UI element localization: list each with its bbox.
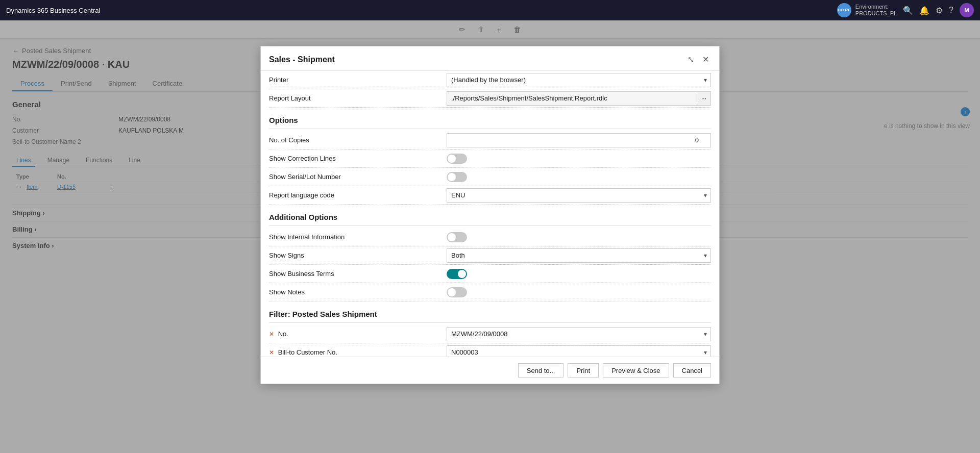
show-serial-lot-label: Show Serial/Lot Number [269, 170, 443, 184]
show-signs-label: Show Signs [269, 248, 443, 262]
report-layout-control: ··· [447, 91, 711, 106]
report-language-select[interactable]: ENU [447, 188, 711, 203]
filter-bill-to-control: N000003 [447, 345, 711, 357]
report-layout-row: Report Layout ··· [269, 89, 711, 108]
printer-label: Printer [269, 73, 443, 87]
show-signs-select-wrapper: Both [447, 248, 711, 263]
sales-shipment-modal: Sales - Shipment ⤡ ✕ Printer (Handled by… [260, 46, 720, 384]
show-internal-info-control [447, 232, 711, 242]
modal-footer: Send to... Print Preview & Close Cancel [261, 357, 719, 384]
additional-options-section-header: Additional Options [269, 205, 711, 226]
filter-bill-to-select-wrapper: N000003 [447, 345, 711, 357]
show-signs-row: Show Signs Both [269, 246, 711, 265]
send-to-button[interactable]: Send to... [518, 363, 564, 377]
show-correction-lines-control [447, 154, 711, 164]
filter-no-select[interactable]: MZWM/22/09/0008 [447, 327, 711, 341]
report-language-label: Report language code [269, 188, 443, 202]
no-of-copies-label: No. of Copies [269, 133, 443, 147]
co-re-avatar: CO RE [837, 3, 851, 17]
show-serial-lot-row: Show Serial/Lot Number [269, 168, 711, 186]
page-background: ✏ ⇧ + 🗑 ← Posted Sales Shipment MZWM/22/… [0, 20, 980, 453]
show-notes-control [447, 287, 711, 297]
top-nav-bar: Dynamics 365 Business Central CO RE Envi… [0, 0, 980, 20]
report-layout-ellipsis-button[interactable]: ··· [697, 91, 711, 106]
env-info: CO RE Environment: PRODUCTS_PL [837, 3, 897, 17]
modal-header-icons: ⤡ ✕ [685, 54, 711, 65]
options-section-header: Options [269, 108, 711, 129]
modal-header: Sales - Shipment ⤡ ✕ [261, 46, 719, 71]
show-correction-lines-label: Show Correction Lines [269, 152, 443, 165]
show-correction-lines-row: Show Correction Lines [269, 149, 711, 168]
report-language-control: ENU [447, 188, 711, 203]
preview-close-button[interactable]: Preview & Close [603, 363, 669, 377]
filter-bill-to-row: ✕ Bill-to Customer No. N000003 [269, 343, 711, 357]
report-layout-input-group: ··· [447, 91, 711, 106]
show-notes-row: Show Notes [269, 283, 711, 301]
show-business-terms-label: Show Business Terms [269, 267, 443, 281]
settings-icon[interactable]: ⚙ [936, 6, 943, 15]
filter-no-label: ✕ No. [269, 327, 443, 341]
print-button[interactable]: Print [568, 363, 599, 377]
show-internal-info-toggle[interactable] [447, 232, 467, 242]
report-language-select-wrapper: ENU [447, 188, 711, 203]
filter-bill-to-label: ✕ Bill-to Customer No. [269, 345, 443, 357]
show-notes-toggle[interactable] [447, 287, 467, 297]
modal-title: Sales - Shipment [269, 55, 335, 64]
filter-no-select-wrapper: MZWM/22/09/0008 [447, 327, 711, 341]
help-icon[interactable]: ? [949, 6, 953, 15]
user-avatar[interactable]: M [960, 3, 974, 17]
report-layout-input[interactable] [447, 91, 697, 106]
show-business-terms-control [447, 269, 711, 279]
filter-bill-to-x-icon[interactable]: ✕ [269, 349, 274, 356]
app-title: Dynamics 365 Business Central [6, 7, 100, 14]
printer-select[interactable]: (Handled by the browser) [447, 73, 711, 87]
printer-control: (Handled by the browser) [447, 73, 711, 87]
show-signs-control: Both [447, 248, 711, 263]
top-nav-right: CO RE Environment: PRODUCTS_PL 🔍 🔔 ⚙ ? M [837, 3, 974, 17]
filter-no-control: MZWM/22/09/0008 [447, 327, 711, 341]
report-language-row: Report language code ENU [269, 186, 711, 205]
filter-bill-to-select[interactable]: N000003 [447, 345, 711, 357]
show-correction-lines-toggle[interactable] [447, 154, 467, 164]
modal-close-button[interactable]: ✕ [700, 54, 711, 65]
report-layout-label: Report Layout [269, 91, 443, 105]
show-business-terms-toggle[interactable] [447, 269, 467, 279]
modal-minimize-button[interactable]: ⤡ [685, 54, 696, 65]
filter-no-row: ✕ No. MZWM/22/09/0008 [269, 325, 711, 343]
no-of-copies-input[interactable] [447, 133, 711, 147]
filter-section-header: Filter: Posted Sales Shipment [269, 301, 711, 323]
show-internal-info-label: Show Internal Information [269, 230, 443, 244]
no-of-copies-control [447, 133, 711, 147]
search-icon[interactable]: 🔍 [903, 6, 913, 15]
show-signs-select[interactable]: Both [447, 248, 711, 263]
filter-x-icon[interactable]: ✕ [269, 331, 274, 338]
show-business-terms-row: Show Business Terms [269, 265, 711, 283]
environment-label: Environment: PRODUCTS_PL [855, 4, 897, 17]
show-internal-info-row: Show Internal Information [269, 228, 711, 246]
printer-select-wrapper: (Handled by the browser) [447, 73, 711, 87]
notification-icon[interactable]: 🔔 [919, 6, 929, 15]
printer-row: Printer (Handled by the browser) [269, 71, 711, 89]
cancel-button[interactable]: Cancel [673, 363, 711, 377]
modal-body: Printer (Handled by the browser) Report … [261, 71, 719, 357]
show-notes-label: Show Notes [269, 285, 443, 299]
no-of-copies-row: No. of Copies [269, 131, 711, 149]
show-serial-lot-toggle[interactable] [447, 172, 467, 182]
show-serial-lot-control [447, 172, 711, 182]
